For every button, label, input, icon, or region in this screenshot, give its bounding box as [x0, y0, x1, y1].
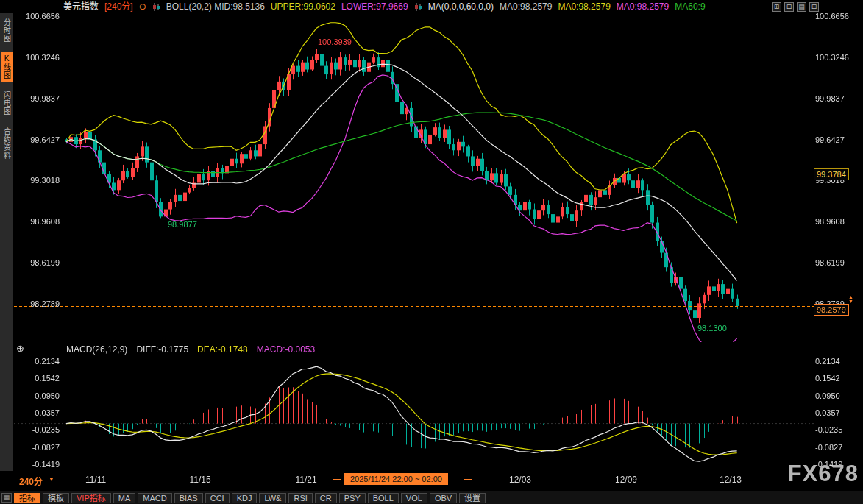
settings-button[interactable]: 设置 [459, 493, 486, 503]
macd-axis-left: 0.2134 0.1542 0.0950 0.0357 -0.0235 -0.0… [13, 358, 62, 469]
indicator-bias-button[interactable]: BIAS [174, 493, 203, 503]
time-axis: 240分 ▼ 11/11 11/15 11/21 12/03 12/09 12/… [0, 471, 863, 490]
macd-tick: -0.0235 [815, 426, 861, 434]
candlestick-chart-canvas[interactable] [0, 0, 863, 504]
date-tick: 11/15 [189, 475, 210, 485]
macd-tick: -0.0235 [13, 426, 60, 434]
macd-tick: 0.0950 [815, 392, 861, 400]
high-price-annotation: 100.3939 [318, 38, 352, 46]
macd-tick: 0.2134 [13, 358, 60, 366]
indicator-lwr-button[interactable]: LW& [259, 493, 286, 503]
date-tick: 11/11 [85, 475, 106, 485]
indicator-obv-button[interactable]: OBV [430, 493, 457, 503]
ma0-value-1: MA0:98.2579 [500, 0, 552, 13]
price-tick: 99.9837 [13, 95, 60, 103]
price-tick: 100.6656 [13, 13, 60, 21]
range-handle-right[interactable] [464, 479, 472, 480]
price-axis-left: 100.6656 100.3246 99.9837 99.6427 99.301… [13, 13, 62, 308]
indicator-macd-button[interactable]: MACD [138, 493, 171, 503]
period-tag: [240分] [104, 0, 133, 13]
indicator-toolbar: ▦ 指标 模板 VIP指标 MA MACD BIAS CCI KDJ LW& R… [0, 491, 863, 504]
caret-down-icon[interactable]: ▼ [49, 476, 54, 483]
timeframe-selector[interactable]: 240分 [19, 475, 43, 487]
price-tick: 98.9608 [815, 218, 861, 226]
selected-time-range[interactable]: 2025/11/24 22:00 ~ 02:00 [344, 473, 448, 485]
range-handle-left[interactable] [333, 479, 341, 480]
macd-tick: 0.0950 [13, 392, 60, 400]
low-price-annotation: 98.1300 [697, 324, 727, 333]
indicator-psy-button[interactable]: PSY [339, 493, 366, 503]
collapse-icon[interactable]: ⊖ [139, 0, 146, 13]
ma0-value-2: MA0:98.2579 [558, 0, 610, 13]
macd-tick: -0.0827 [815, 444, 861, 452]
toolbar-grip-icon[interactable]: ▦ [1, 493, 12, 503]
tab-vip-indicators[interactable]: VIP指标 [71, 493, 111, 503]
indicator-settings-icon[interactable]: ⊕ [16, 343, 24, 354]
macd-axis-right: 0.2134 0.1542 0.0950 0.0357 -0.0235 -0.0… [815, 358, 861, 469]
price-tick: 98.2789 [13, 300, 60, 308]
boll-lower-value: LOWER:97.9669 [341, 0, 408, 13]
macd-diff-value: DIFF:-0.1775 [136, 344, 188, 355]
price-tick: 98.6199 [13, 259, 60, 267]
price-tick: 100.6656 [815, 13, 861, 21]
macd-tick: -0.0827 [13, 444, 60, 452]
macd-tick: 0.1542 [13, 375, 60, 383]
boll-upper-value: UPPER:99.0602 [271, 0, 335, 13]
macd-dea-value: DEA:-0.1748 [197, 344, 248, 355]
price-tick: 99.9837 [815, 95, 861, 103]
macd-tick: 0.0357 [13, 409, 60, 417]
price-tick: 99.6427 [13, 136, 60, 144]
macd-hist-value: MACD:-0.0053 [257, 344, 315, 355]
price-axis-right: 100.6656 100.3246 99.9837 99.6427 99.301… [815, 13, 861, 308]
ma60-value: MA60:9 [675, 0, 705, 13]
macd-tick: 0.2134 [815, 358, 861, 366]
layout-rows-icon[interactable]: ▤ [797, 2, 806, 12]
price-tick: 99.6427 [815, 136, 861, 144]
layout-single-icon[interactable]: ⊡ [809, 2, 819, 12]
header: 美元指数 [240分] ⊖ BOLL(20,2) MID:98.5136 UPP… [0, 0, 863, 13]
low-price-annotation: 98.9877 [168, 220, 197, 229]
date-tick: 12/03 [509, 475, 531, 485]
brand-watermark: FX678 [788, 461, 859, 487]
indicator-cci-button[interactable]: CCI [205, 493, 230, 503]
indicator-kdj-button[interactable]: KDJ [232, 493, 258, 503]
sidebar-item-lightning-chart[interactable]: 闪电图 [1, 89, 13, 118]
candlestick-icon [414, 3, 422, 11]
layout-controls: ⊞ ⊟ ▤ ⊡ [772, 2, 819, 12]
trading-chart-app: 美元指数 [240分] ⊖ BOLL(20,2) MID:98.5136 UPP… [0, 0, 863, 504]
price-axis-arrows[interactable]: ▲ ▼ [848, 295, 853, 304]
macd-tick: -0.1419 [13, 461, 60, 469]
indicator-boll-button[interactable]: BOLL [368, 493, 399, 503]
upper-band-badge: 99.3784 [814, 168, 849, 180]
macd-params-label: MACD(26,12,9) [66, 344, 127, 355]
indicator-vol-button[interactable]: VOL [401, 493, 427, 503]
chart-type-sidebar: 分时图 K线图 闪电图 合约资料 [0, 13, 13, 471]
price-tick: 100.3246 [13, 54, 60, 62]
symbol-title: 美元指数 [63, 0, 99, 13]
date-tick: 11/21 [295, 475, 316, 485]
ma-params: MA(0,0,0,60,0,0) [428, 0, 494, 13]
sidebar-item-kline-chart[interactable]: K线图 [1, 52, 13, 82]
sidebar-item-contract-info[interactable]: 合约资料 [1, 125, 13, 162]
layout-dual-icon[interactable]: ⊟ [784, 2, 794, 12]
boll-mid-value: BOLL(20,2) MID:98.5136 [166, 0, 265, 13]
macd-tick: 0.1542 [815, 375, 861, 383]
price-tick: 98.9608 [13, 218, 60, 226]
last-price-badge: 98.2579 [814, 304, 849, 316]
candlestick-icon [152, 3, 160, 11]
date-tick: 12/09 [615, 475, 637, 485]
macd-tick: 0.0357 [815, 409, 861, 417]
tab-templates[interactable]: 模板 [43, 493, 69, 503]
macd-indicator-header: MACD(26,12,9) DIFF:-0.1775 DEA:-0.1748 M… [66, 344, 315, 355]
indicator-rsi-button[interactable]: RSI [288, 493, 312, 503]
indicator-cr-button[interactable]: CR [315, 493, 337, 503]
tab-indicators[interactable]: 指标 [14, 493, 40, 503]
price-tick: 98.6199 [815, 259, 861, 267]
indicator-ma-button[interactable]: MA [113, 493, 136, 503]
arrow-down-icon[interactable]: ▼ [848, 299, 853, 304]
price-tick: 99.3018 [13, 177, 60, 185]
layout-quad-icon[interactable]: ⊞ [772, 2, 781, 12]
sidebar-item-time-chart[interactable]: 分时图 [1, 16, 13, 45]
price-tick: 100.3246 [815, 54, 861, 62]
ma0-value-3: MA0:98.2579 [617, 0, 669, 13]
